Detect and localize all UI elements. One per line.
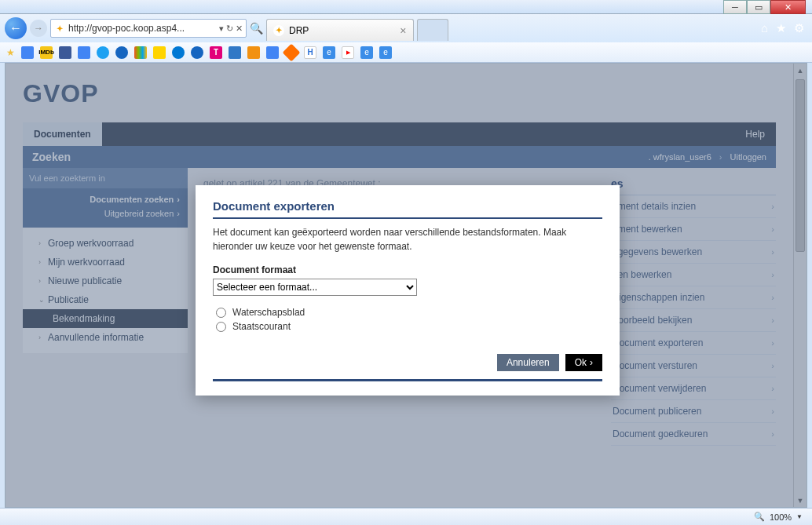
home-icon[interactable]: ⌂: [761, 21, 768, 35]
zoom-icon[interactable]: 🔍: [754, 512, 765, 522]
bookmark-icon[interactable]: H: [304, 46, 316, 59]
divider: [213, 217, 602, 219]
window-minimize-button[interactable]: ─: [723, 0, 747, 14]
modal-title: Document exporteren: [213, 199, 602, 213]
format-label: Document formaat: [213, 264, 602, 275]
bookmark-icon[interactable]: IMDb: [40, 46, 53, 59]
window-titlebar: ─ ▭ ✕: [0, 0, 812, 14]
back-button[interactable]: ←: [5, 17, 27, 39]
bookmark-icon[interactable]: [153, 46, 166, 59]
search-icon[interactable]: 🔍: [250, 22, 263, 35]
bookmark-icon[interactable]: [247, 46, 260, 59]
refresh-icon[interactable]: ↻: [226, 24, 233, 34]
bookmark-icon[interactable]: [115, 46, 128, 59]
cancel-button[interactable]: Annuleren: [497, 354, 559, 371]
window-close-button[interactable]: ✕: [770, 0, 806, 14]
bookmark-icon[interactable]: [59, 46, 71, 59]
tab-title: DRP: [289, 25, 309, 36]
url-text: http://gvop-poc.koop.asp4...: [68, 23, 185, 34]
bookmark-icon[interactable]: e: [360, 46, 373, 59]
radio-input[interactable]: [216, 322, 226, 332]
browser-toolbar: ← → ✦ http://gvop-poc.koop.asp4... ▾ ↻ ✕…: [0, 14, 812, 42]
dropdown-icon[interactable]: ▾: [219, 24, 224, 34]
bookmark-icon[interactable]: e: [323, 46, 335, 59]
browser-tab[interactable]: ✦ DRP ×: [266, 19, 414, 41]
stop-icon[interactable]: ✕: [236, 24, 243, 34]
bookmark-icon[interactable]: [283, 43, 301, 61]
radio-label: Waterschapsblad: [232, 307, 305, 318]
favorites-icon[interactable]: ★: [776, 21, 786, 35]
bookmark-icon[interactable]: T: [210, 46, 222, 59]
bookmark-icon[interactable]: [21, 46, 34, 59]
zoom-level: 100%: [770, 512, 792, 522]
bookmark-icon[interactable]: e: [379, 46, 392, 59]
bookmarks-bar: ★ IMDb T H e ▶ e e: [0, 42, 812, 63]
site-favicon: ✦: [54, 23, 65, 34]
bookmark-icon[interactable]: [266, 46, 279, 59]
bookmark-icon[interactable]: [78, 46, 90, 59]
favorites-star-icon[interactable]: ★: [6, 47, 15, 58]
bookmark-icon[interactable]: [134, 46, 147, 59]
chevron-right-icon: ›: [590, 357, 593, 368]
radio-input[interactable]: [216, 308, 226, 318]
radio-staatscourant[interactable]: Staatscourant: [213, 321, 602, 332]
export-modal: Document exporteren Het document kan geë…: [196, 185, 620, 396]
tab-close-icon[interactable]: ×: [400, 24, 406, 37]
bookmark-icon[interactable]: [97, 46, 109, 59]
zoom-dropdown-icon[interactable]: ▼: [796, 513, 803, 520]
radio-waterschapsblad[interactable]: Waterschapsblad: [213, 307, 602, 318]
radio-label: Staatscourant: [232, 321, 291, 332]
address-bar[interactable]: ✦ http://gvop-poc.koop.asp4... ▾ ↻ ✕: [50, 19, 247, 38]
tab-favicon: ✦: [273, 25, 284, 36]
format-select[interactable]: Selecteer een formaat...: [213, 279, 417, 296]
window-maximize-button[interactable]: ▭: [747, 0, 770, 14]
bookmark-icon[interactable]: [229, 46, 241, 59]
browser-status-bar: 🔍 100% ▼: [0, 508, 812, 525]
tools-icon[interactable]: ⚙: [794, 21, 804, 35]
modal-description: Het document kan geëxporteerd worden naa…: [213, 225, 602, 253]
bookmark-icon[interactable]: [191, 46, 203, 59]
ok-button[interactable]: Ok ›: [565, 354, 602, 371]
bookmark-icon[interactable]: ▶: [342, 46, 354, 59]
bookmark-icon[interactable]: [172, 46, 185, 59]
forward-button[interactable]: →: [30, 20, 47, 37]
new-tab-button[interactable]: [417, 19, 448, 41]
browser-viewport: GVOP Documenten Help Zoeken . wfryslan_u…: [5, 63, 807, 508]
divider: [213, 379, 602, 381]
